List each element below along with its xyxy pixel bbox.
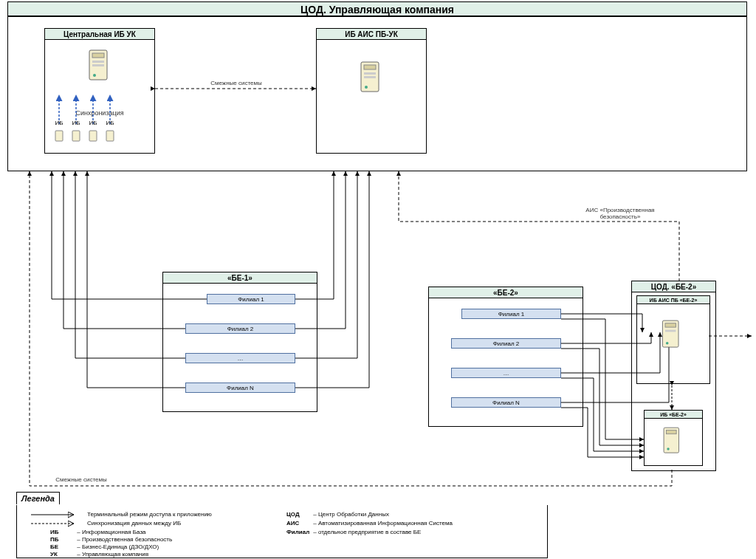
mini-label: ИБ xyxy=(86,120,100,126)
svg-rect-23 xyxy=(665,323,676,327)
be1-filial-2: Филиал 2 xyxy=(185,323,295,334)
legend-row: ИБ – Информационная База xyxy=(50,529,146,535)
be2-filial-2: Филиал 2 xyxy=(451,338,561,349)
mini-server-icon xyxy=(88,129,98,143)
legend-row: ЦОД – Центр Обработки Данных xyxy=(286,511,389,518)
be2-filial-1: Филиал 1 xyxy=(461,309,561,319)
mini-label: ИБ xyxy=(52,120,66,126)
be1-title: «БЕ-1» xyxy=(162,272,317,284)
be1-filial-dots: … xyxy=(185,353,295,363)
svg-point-28 xyxy=(667,447,669,450)
legend-row: УК – Управляющая компания xyxy=(50,551,148,558)
svg-point-21 xyxy=(365,86,368,89)
svg-rect-14 xyxy=(72,131,80,141)
svg-rect-3 xyxy=(92,64,104,66)
mini-label: ИБ xyxy=(69,120,83,126)
cod-be2-inner1-title: ИБ АИС ПБ «БЕ-2» xyxy=(636,295,710,304)
svg-rect-15 xyxy=(89,131,97,141)
svg-rect-27 xyxy=(667,431,677,434)
server-icon xyxy=(85,47,114,84)
server-icon xyxy=(357,59,386,96)
svg-rect-20 xyxy=(364,76,376,78)
svg-rect-2 xyxy=(92,61,104,63)
cod-be2-inner2-title: ИБ «БЕ-2» xyxy=(644,410,703,419)
legend-row: АИС – Автоматизированная Информационная … xyxy=(286,520,453,527)
svg-point-4 xyxy=(93,74,96,77)
legend-row: Синхронизация данных между ИБ xyxy=(87,520,181,527)
sync-label: Синхронизация xyxy=(50,109,149,117)
mini-server-icon xyxy=(71,129,81,143)
legend-row: Филиал – отдельное предприятие в составе… xyxy=(286,529,421,535)
smezh-label: Смежные системы xyxy=(44,476,118,483)
ais-pb-uk-title: ИБ АИС ПБ-УК xyxy=(316,28,427,40)
legend-row: ПБ – Производственная безопасность xyxy=(50,536,172,543)
be1-filial-n: Филиал N xyxy=(185,383,295,393)
mini-server-icon xyxy=(105,129,115,143)
svg-rect-24 xyxy=(665,330,676,332)
cod-be2-title: ЦОД. «БЕ-2» xyxy=(631,281,716,292)
be2-filial-n: Филиал N xyxy=(451,397,561,408)
server-icon xyxy=(659,318,685,351)
svg-rect-18 xyxy=(364,65,376,69)
be2-title: «БЕ-2» xyxy=(428,287,583,298)
server-icon xyxy=(660,425,685,457)
be2-filial-dots: … xyxy=(451,368,561,378)
svg-point-25 xyxy=(666,342,669,345)
svg-rect-1 xyxy=(92,53,104,58)
diagram-title: ЦОД. Управляющая компания xyxy=(7,1,747,16)
legend-row: Терминальный режим доступа к приложению xyxy=(87,511,212,518)
exchange-label: Смежные системы xyxy=(192,80,281,86)
legend-row: БЕ – Бизнес-Единица (ДЗО/ДХО) xyxy=(50,543,159,550)
mini-server-icon xyxy=(54,129,64,143)
central-ib-title: Центральная ИБ УК xyxy=(44,28,155,40)
legend-title: Легенда xyxy=(16,492,60,504)
ais-prom-label: АИС «Производственнаябезопасность» xyxy=(561,207,679,220)
be1-filial-1: Филиал 1 xyxy=(207,294,295,304)
svg-rect-19 xyxy=(364,72,376,75)
svg-rect-16 xyxy=(106,131,114,141)
mini-label: ИБ xyxy=(103,120,117,126)
svg-rect-13 xyxy=(55,131,63,141)
